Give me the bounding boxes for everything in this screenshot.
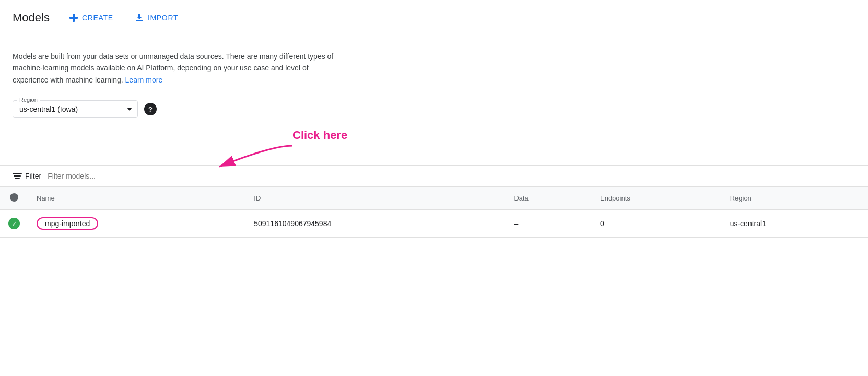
- import-label: IMPORT: [148, 14, 178, 22]
- region-column-header: Region: [722, 187, 868, 210]
- status-success-icon: ✓: [8, 218, 20, 229]
- table-row: ✓ mpg-imported 5091161049067945984 – 0 u…: [0, 210, 868, 238]
- region-label: Region: [17, 97, 40, 103]
- learn-more-link[interactable]: Learn more: [125, 76, 163, 84]
- region-section: Region us-central1 (Iowa) ?: [0, 96, 868, 128]
- row-status-cell: ✓: [0, 210, 28, 238]
- endpoints-column-header: Endpoints: [592, 187, 722, 210]
- help-icon[interactable]: ?: [144, 103, 157, 115]
- name-column-header: Name: [28, 187, 245, 210]
- status-header-circle: [10, 193, 18, 202]
- model-name: mpg-imported: [37, 217, 98, 230]
- models-table: Name ID Data Endpoints Region ✓: [0, 187, 868, 238]
- row-id-cell: 5091161049067945984: [245, 210, 506, 238]
- import-icon: [134, 13, 145, 23]
- chevron-down-icon: [127, 108, 132, 111]
- region-select[interactable]: Region us-central1 (Iowa): [13, 100, 138, 118]
- filter-bar: Filter: [0, 165, 868, 187]
- row-data-cell: –: [506, 210, 592, 238]
- import-button[interactable]: IMPORT: [128, 8, 184, 27]
- click-here-label: Click here: [292, 128, 347, 142]
- table-wrapper: Name ID Data Endpoints Region ✓: [0, 187, 868, 238]
- filter-icon-wrapper: Filter: [13, 172, 41, 180]
- row-region-cell: us-central1: [722, 210, 868, 238]
- svg-rect-2: [136, 20, 143, 21]
- status-column-header: [0, 187, 28, 210]
- description-text: Models are built from your data sets or …: [13, 52, 333, 84]
- create-button[interactable]: CREATE: [62, 8, 120, 27]
- row-name-cell[interactable]: mpg-imported: [28, 210, 245, 238]
- create-icon: [68, 13, 79, 23]
- filter-input[interactable]: [48, 172, 855, 180]
- data-column-header: Data: [506, 187, 592, 210]
- page-title: Models: [13, 11, 50, 25]
- table-header-row: Name ID Data Endpoints Region: [0, 187, 868, 210]
- svg-rect-1: [69, 17, 78, 19]
- region-value: us-central1 (Iowa): [19, 105, 78, 113]
- row-endpoints-cell: 0: [592, 210, 722, 238]
- filter-label: Filter: [25, 172, 41, 180]
- id-column-header: ID: [245, 187, 506, 210]
- create-label: CREATE: [82, 14, 113, 22]
- description-section: Models are built from your data sets or …: [0, 36, 355, 96]
- filter-icon: [13, 173, 22, 179]
- page-header: Models CREATE IMPORT: [0, 0, 868, 36]
- click-here-annotation: Click here: [292, 128, 347, 142]
- annotation-area: Click here: [0, 128, 868, 165]
- region-select-wrapper: Region us-central1 (Iowa) ?: [13, 100, 157, 118]
